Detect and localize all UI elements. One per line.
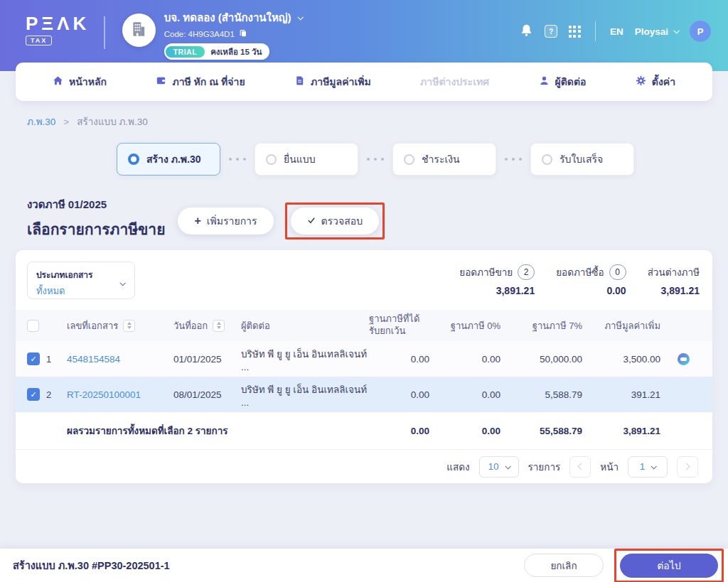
- table-row[interactable]: ✓ 1 4548154584 01/01/2025 บริษัท พี ยู ย…: [16, 341, 712, 377]
- wallet-icon: [156, 75, 166, 88]
- page-title: เลือกรายการภาษีขาย: [27, 217, 165, 241]
- radio-icon: [404, 154, 414, 165]
- step-pay[interactable]: ชำระเงิน: [392, 143, 496, 176]
- chevron-down-icon: [505, 463, 510, 469]
- base7-amount: 5,588.79: [508, 389, 589, 400]
- tax-period: งวดภาษี 01/2025: [27, 196, 165, 213]
- annotation-box-next: ต่อไป: [614, 549, 724, 582]
- footer-doc-title: สร้างแบบ ภ.พ.30 #PP30-202501-1: [13, 557, 170, 573]
- radio-icon: [542, 154, 552, 165]
- radio-icon: [266, 154, 277, 165]
- peak-logo-text: PΞΛK: [26, 14, 90, 33]
- verify-button[interactable]: ตรวจสอบ: [291, 208, 380, 235]
- breadcrumb-root[interactable]: ภ.พ.30: [27, 114, 55, 129]
- vat-amount: 3,500.00: [589, 354, 668, 365]
- topbar-divider: [595, 21, 596, 41]
- summary-sales-tax: ยอดภาษีขาย 2 3,891.21: [459, 264, 535, 296]
- check-icon: [307, 215, 316, 227]
- filter-label: ประเภทเอกสาร: [36, 268, 126, 281]
- nav-item-vat[interactable]: ภาษีมูลค่าเพิ่ม: [294, 74, 371, 90]
- base7-amount: 50,000.00: [508, 354, 589, 365]
- select-all-checkbox[interactable]: [27, 320, 39, 332]
- chevron-down-icon: [297, 14, 303, 20]
- purchase-count-badge: 0: [609, 264, 626, 280]
- row-checkbox-checked[interactable]: ✓: [27, 352, 40, 365]
- company-switcher[interactable]: บจ. ทดลอง (สำนักงานใหญ่): [164, 9, 302, 26]
- total-exempt: 0.00: [369, 426, 437, 436]
- step-receive-receipt[interactable]: รับใบเสร็จ: [530, 143, 634, 176]
- nav-item-home[interactable]: หน้าหลัก: [53, 74, 107, 90]
- total-base0: 0.00: [437, 426, 508, 436]
- total-vat: 3,891.21: [589, 426, 668, 436]
- next-button[interactable]: ต่อไป: [620, 554, 718, 578]
- avatar[interactable]: P: [690, 21, 711, 42]
- user-icon: [539, 75, 550, 88]
- add-item-button[interactable]: + เพิ่มรายการ: [178, 208, 273, 235]
- apps-grid-icon[interactable]: [569, 26, 581, 38]
- row-checkbox-checked[interactable]: ✓: [27, 388, 40, 401]
- notification-bell-icon[interactable]: [520, 23, 533, 40]
- document-type-filter[interactable]: ประเภทเอกสาร ทั้งหมด: [27, 262, 135, 299]
- peak-logo[interactable]: PΞΛK TAX: [26, 14, 90, 45]
- help-icon[interactable]: ?: [545, 25, 557, 38]
- prev-page-button[interactable]: [569, 456, 591, 478]
- sort-doc-no-icon[interactable]: [123, 320, 135, 332]
- page-select[interactable]: 1: [628, 456, 668, 478]
- document-link[interactable]: RT-20250100001: [67, 389, 141, 400]
- table-row[interactable]: ✓ 2 RT-20250100001 08/01/2025 บริษัท พี …: [16, 377, 712, 412]
- nav-item-withholding-tax[interactable]: ภาษี หัก ณ ที่จ่าย: [156, 74, 245, 90]
- vat-amount: 391.21: [589, 389, 668, 400]
- breadcrumb-separator: >: [63, 117, 69, 127]
- breadcrumb-current: สร้างแบบ ภ.พ.30: [77, 114, 148, 129]
- filter-value: ทั้งหมด: [36, 284, 126, 298]
- issue-date: 01/01/2025: [173, 354, 241, 365]
- home-icon: [53, 75, 63, 88]
- base0-amount: 0.00: [437, 389, 508, 400]
- tax-badge-icon: [678, 353, 690, 365]
- section-heading: งวดภาษี 01/2025 เลือกรายการภาษีขาย: [27, 196, 165, 241]
- document-link[interactable]: 4548154584: [67, 354, 120, 365]
- issue-date: 08/01/2025: [173, 389, 241, 400]
- company-avatar[interactable]: [122, 14, 156, 47]
- building-icon: [129, 20, 148, 41]
- gear-icon: [636, 75, 646, 88]
- chevron-down-icon: [651, 463, 657, 469]
- chevron-down-icon: [673, 28, 679, 33]
- top-header: PΞΛK TAX: [0, 0, 728, 71]
- exempt-amount: 0.00: [369, 389, 437, 400]
- exempt-amount: 0.00: [369, 354, 437, 365]
- table-total-row: ผลรวมรายการทั้งหมดที่เลือก 2 รายการ 0.00…: [16, 412, 712, 450]
- footer-action-bar: สร้างแบบ ภ.พ.30 #PP30-202501-1 ยกเลิก ต่…: [0, 549, 728, 582]
- plus-icon: +: [194, 215, 200, 227]
- page-size-select[interactable]: 10: [479, 456, 519, 478]
- sales-count-badge: 2: [518, 264, 535, 280]
- trial-remaining: คงเหลือ 15 วัน: [210, 45, 262, 58]
- user-name: Ploysai: [635, 26, 668, 37]
- step-file-return[interactable]: ยื่นแบบ: [255, 143, 358, 176]
- cancel-button[interactable]: ยกเลิก: [524, 554, 604, 577]
- user-menu[interactable]: Ploysai: [635, 26, 678, 37]
- breadcrumb: ภ.พ.30 > สร้างแบบ ภ.พ.30: [27, 114, 148, 129]
- nav-item-settings[interactable]: ตั้งค่า: [636, 74, 675, 90]
- step-connector: [505, 158, 522, 161]
- next-page-button[interactable]: [677, 456, 698, 478]
- sales-amount: 3,891.21: [459, 285, 535, 296]
- base0-amount: 0.00: [437, 354, 508, 365]
- stepper: สร้าง ภ.พ.30 ยื่นแบบ ชำระเงิน รับใบเสร็จ: [11, 143, 728, 176]
- pagination: แสดง 10 รายการ หน้า 1: [16, 450, 712, 483]
- chevron-left-icon: [578, 463, 585, 470]
- summary-purchase-tax: ยอดภาษีซื้อ 0 0.00: [556, 264, 626, 296]
- nav-item-contacts[interactable]: ผู้ติดต่อ: [539, 74, 587, 90]
- vat-document-icon: [294, 75, 305, 88]
- difference-amount: 3,891.21: [648, 285, 700, 296]
- logo-divider: [104, 16, 105, 49]
- sort-date-icon[interactable]: [213, 320, 225, 332]
- annotation-box-verify: ตรวจสอบ: [285, 203, 385, 239]
- step-connector: [229, 158, 246, 161]
- total-label: ผลรวมรายการทั้งหมดที่เลือก 2 รายการ: [67, 423, 369, 438]
- language-toggle[interactable]: EN: [610, 26, 623, 37]
- step-create-pp30[interactable]: สร้าง ภ.พ.30: [117, 143, 220, 176]
- purchase-amount: 0.00: [556, 285, 626, 296]
- copy-icon[interactable]: [239, 28, 247, 39]
- chevron-right-icon: [683, 463, 690, 470]
